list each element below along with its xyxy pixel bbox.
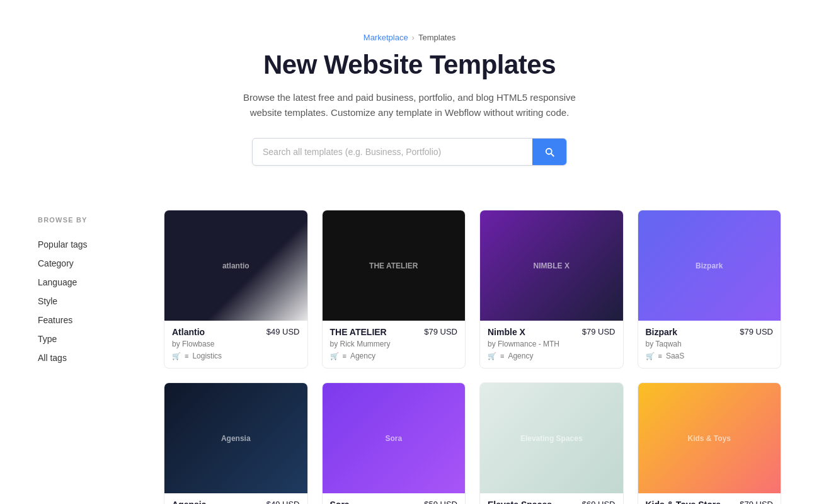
template-price: $79 USD xyxy=(740,500,773,504)
card-top: Nimble X $79 USD xyxy=(488,327,616,337)
template-tag-label: Logistics xyxy=(192,352,222,360)
card-body: Sora $59 USD by Webflow Templates 🛒 ≡ Sa… xyxy=(323,493,466,504)
template-card[interactable]: THE ATELIER THE ATELIER $79 USD by Rick … xyxy=(322,210,466,369)
cart-icon: 🛒 xyxy=(488,352,496,360)
cart-icon: 🛒 xyxy=(330,352,339,360)
template-row-1: atlantio Atlantio $49 USD by Flowbase 🛒 … xyxy=(164,210,781,369)
tag-icon: ≡ xyxy=(343,352,346,360)
template-thumbnail: NIMBLE X xyxy=(480,210,623,321)
search-button[interactable] xyxy=(532,139,566,165)
thumb-label: NIMBLE X xyxy=(480,210,623,321)
template-thumbnail: Bizpark xyxy=(638,210,781,321)
template-price: $79 USD xyxy=(582,327,616,336)
sidebar-item-category[interactable]: Category xyxy=(38,254,139,273)
template-thumbnail: Agensia xyxy=(164,383,307,493)
template-tag-label: Agency xyxy=(508,352,533,360)
card-body: Elevate Spaces $69 USD by Studio Creativ… xyxy=(480,493,623,504)
template-card[interactable]: Bizpark Bizpark $79 USD by Taqwah 🛒 ≡ Sa… xyxy=(638,210,782,369)
card-top: Atlantio $49 USD xyxy=(172,327,300,337)
template-card[interactable]: Sora Sora $59 USD by Webflow Templates 🛒… xyxy=(322,382,466,504)
search-bar xyxy=(252,138,567,166)
breadcrumb: Marketplace › Templates xyxy=(0,0,819,42)
template-thumbnail: atlantio xyxy=(164,210,307,321)
search-icon xyxy=(544,146,555,158)
search-container xyxy=(13,138,806,166)
thumb-label: Sora xyxy=(323,383,466,493)
card-top: Sora $59 USD xyxy=(330,500,458,504)
sidebar: BROWSE BY Popular tags Category Language… xyxy=(38,210,139,504)
template-author: by Rick Mummery xyxy=(330,340,458,348)
thumb-label: atlantio xyxy=(164,210,307,321)
breadcrumb-marketplace[interactable]: Marketplace xyxy=(364,33,408,42)
template-tags: 🛒 ≡ Agency xyxy=(330,352,458,360)
card-body: Kids & Toys Store $79 USD by Ecom Studio… xyxy=(638,493,781,504)
template-thumbnail: Elevating Spaces xyxy=(480,383,623,493)
template-card[interactable]: Agensia Agensia $49 USD by Agency Co 🛒 ≡… xyxy=(164,382,308,504)
template-price: $69 USD xyxy=(582,500,616,504)
template-card[interactable]: Kids & Toys Kids & Toys Store $79 USD by… xyxy=(638,382,782,504)
card-body: Bizpark $79 USD by Taqwah 🛒 ≡ SaaS xyxy=(638,321,781,368)
card-body: Atlantio $49 USD by Flowbase 🛒 ≡ Logisti… xyxy=(164,321,307,368)
template-tag-label: Agency xyxy=(350,352,375,360)
template-name: Nimble X xyxy=(488,327,525,337)
breadcrumb-current: Templates xyxy=(418,33,455,42)
thumb-label: Bizpark xyxy=(638,210,781,321)
template-thumbnail: THE ATELIER xyxy=(323,210,466,321)
template-name: Sora xyxy=(330,500,350,504)
card-top: Elevate Spaces $69 USD xyxy=(488,500,616,504)
card-top: THE ATELIER $79 USD xyxy=(330,327,458,337)
sidebar-item-all-tags[interactable]: All tags xyxy=(38,348,139,367)
template-thumbnail: Sora xyxy=(323,383,466,493)
templates-grid: atlantio Atlantio $49 USD by Flowbase 🛒 … xyxy=(164,210,781,504)
hero-section: New Website Templates Browse the latest … xyxy=(0,42,819,210)
sidebar-item-popular-tags[interactable]: Popular tags xyxy=(38,235,139,254)
template-price: $49 USD xyxy=(266,500,300,504)
cart-icon: 🛒 xyxy=(646,352,655,360)
hero-description: Browse the latest free and paid business… xyxy=(233,90,586,120)
template-thumbnail: Kids & Toys xyxy=(638,383,781,493)
thumb-label: THE ATELIER xyxy=(323,210,466,321)
sidebar-item-style[interactable]: Style xyxy=(38,292,139,311)
template-name: Kids & Toys Store xyxy=(646,500,721,504)
card-body: Agensia $49 USD by Agency Co 🛒 ≡ Agency xyxy=(164,493,307,504)
cart-icon: 🛒 xyxy=(172,352,181,360)
template-tags: 🛒 ≡ Agency xyxy=(488,352,616,360)
template-card[interactable]: atlantio Atlantio $49 USD by Flowbase 🛒 … xyxy=(164,210,308,369)
card-top: Kids & Toys Store $79 USD xyxy=(646,500,774,504)
sidebar-item-features[interactable]: Features xyxy=(38,311,139,329)
thumb-label: Elevating Spaces xyxy=(480,383,623,493)
card-body: Nimble X $79 USD by Flowmance - MTH 🛒 ≡ … xyxy=(480,321,623,368)
template-card[interactable]: Elevating Spaces Elevate Spaces $69 USD … xyxy=(479,382,624,504)
template-price: $49 USD xyxy=(266,327,300,336)
page-title: New Website Templates xyxy=(13,50,806,80)
template-card[interactable]: NIMBLE X Nimble X $79 USD by Flowmance -… xyxy=(479,210,624,369)
search-input[interactable] xyxy=(253,139,532,165)
template-name: Agensia xyxy=(172,500,206,504)
template-tag-label: SaaS xyxy=(666,352,684,360)
card-top: Bizpark $79 USD xyxy=(646,327,774,337)
template-name: Atlantio xyxy=(172,327,205,337)
main-layout: BROWSE BY Popular tags Category Language… xyxy=(0,210,819,504)
tag-icon: ≡ xyxy=(500,352,504,360)
template-author: by Flowmance - MTH xyxy=(488,340,616,348)
card-top: Agensia $49 USD xyxy=(172,500,300,504)
template-tags: 🛒 ≡ SaaS xyxy=(646,352,774,360)
thumb-label: Kids & Toys xyxy=(638,383,781,493)
template-row-2: Agensia Agensia $49 USD by Agency Co 🛒 ≡… xyxy=(164,382,781,504)
breadcrumb-separator: › xyxy=(412,33,415,42)
template-tags: 🛒 ≡ Logistics xyxy=(172,352,300,360)
sidebar-browse-label: BROWSE BY xyxy=(38,216,139,224)
sidebar-item-type[interactable]: Type xyxy=(38,329,139,348)
template-author: by Taqwah xyxy=(646,340,774,348)
tag-icon: ≡ xyxy=(185,352,188,360)
template-price: $79 USD xyxy=(740,327,773,336)
template-price: $59 USD xyxy=(424,500,457,504)
card-body: THE ATELIER $79 USD by Rick Mummery 🛒 ≡ … xyxy=(323,321,466,368)
template-author: by Flowbase xyxy=(172,340,300,348)
template-name: THE ATELIER xyxy=(330,327,387,337)
template-price: $79 USD xyxy=(424,327,457,336)
template-name: Bizpark xyxy=(646,327,678,337)
tag-icon: ≡ xyxy=(658,352,662,360)
template-name: Elevate Spaces xyxy=(488,500,552,504)
sidebar-item-language[interactable]: Language xyxy=(38,273,139,292)
